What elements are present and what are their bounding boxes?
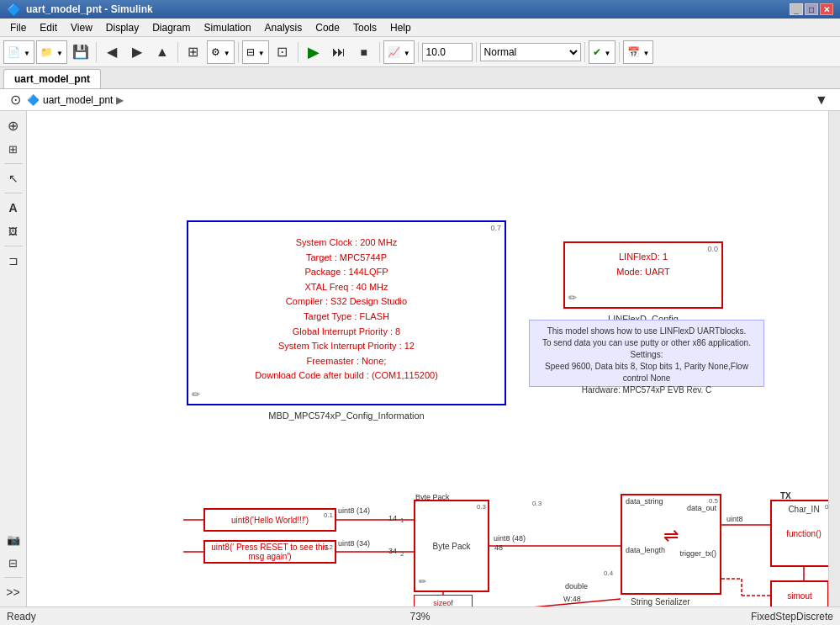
step-button[interactable]: ⏭: [327, 40, 351, 64]
arrow-icon: ↖: [8, 172, 18, 185]
expand-button[interactable]: >>: [3, 581, 24, 603]
title-bar-title: 🔷 uart_model_pnt - Simulink: [7, 3, 790, 16]
simulation-time-input[interactable]: [422, 43, 473, 61]
menu-display[interactable]: Display: [99, 20, 145, 35]
arrow-tool-button[interactable]: ↖: [3, 167, 24, 189]
menu-code[interactable]: Code: [309, 20, 346, 35]
menu-bar: File Edit View Display Diagram Simulatio…: [0, 19, 840, 37]
status-bar: Ready 73% FixedStepDiscrete: [0, 606, 840, 625]
uint8-tx-label: uint8: [726, 515, 743, 523]
lin-block-content: LINFlexD: 1 Mode: UART: [565, 243, 721, 286]
window-title: uart_model_pnt - Simulink: [26, 3, 153, 15]
menu-edit[interactable]: Edit: [33, 20, 64, 35]
signal-block-1: 0.1 uint8('Hello World!!!'): [203, 508, 336, 532]
config-line-2: Target : MPC5744P: [306, 252, 387, 262]
simulation-mode-select[interactable]: Normal: [480, 43, 581, 61]
sep6: [418, 42, 419, 62]
port-icon: ⊐: [8, 254, 18, 267]
image-tool-button[interactable]: 🖼: [3, 220, 24, 242]
desc-block: This model shows how to use LINFlexD UAR…: [529, 320, 764, 387]
status-ready: Ready: [7, 611, 283, 622]
save-icon: 💾: [72, 44, 89, 60]
breadcrumb-dropdown[interactable]: ▼: [810, 88, 833, 112]
forward-button[interactable]: ▶: [125, 40, 149, 64]
menu-simulation[interactable]: Simulation: [198, 20, 258, 35]
port-03-corner: 0.3: [532, 500, 542, 507]
check-button[interactable]: ✔: [589, 40, 615, 64]
maximize-button[interactable]: □: [805, 3, 818, 15]
signal-2-corner: 0.2: [324, 543, 333, 551]
config-block: 0.7 System Clock : 200 MHz Target : MPC5…: [187, 220, 506, 405]
lin-block: 0.0 LINFlexD: 1 Mode: UART ✏ LINFlexD_Co…: [563, 241, 723, 309]
tx-block: 0.2 Char_IN function(): [770, 500, 837, 567]
menu-file[interactable]: File: [3, 20, 33, 35]
sep3: [238, 42, 239, 62]
up-button[interactable]: ▲: [151, 40, 174, 64]
run-button[interactable]: ▶: [302, 40, 325, 64]
back-button[interactable]: ◀: [100, 40, 124, 64]
ss-trigger: trigger_tx(): [679, 549, 716, 558]
close-button[interactable]: ✕: [820, 3, 833, 15]
run-config-button[interactable]: 📅: [623, 40, 654, 64]
scope-button[interactable]: 📈: [383, 40, 415, 64]
left-sep2: [4, 193, 23, 193]
str-serial-label: String Serializer: [631, 597, 690, 606]
breadcrumb-item-0[interactable]: uart_model_pnt: [43, 94, 113, 106]
config-block-content: System Clock : 200 MHz Target : MPC5744P…: [188, 222, 505, 397]
byte-pack-corner: 0.3: [477, 503, 486, 511]
simout-label: simout: [787, 591, 811, 601]
breadcrumb-icon: 🔷: [27, 94, 40, 106]
byte-pack-label: Byte Pack: [432, 542, 470, 551]
tx-function-label: function(): [786, 529, 822, 538]
config-line-9: Freemaster : None;: [307, 356, 387, 366]
signal-2-label: uint8(' Press RESET to see this msg agai…: [205, 543, 335, 561]
sep1: [96, 42, 97, 62]
sizeof-block: sizeof: [414, 595, 473, 606]
vertical-scrollbar[interactable]: [828, 111, 840, 606]
ss-corner: 0.5: [709, 497, 718, 505]
tab-uart-model[interactable]: uart_model_pnt: [3, 69, 101, 88]
step-back-button[interactable]: ⊟: [242, 40, 269, 64]
lin-block-corner-num: 0.0: [707, 245, 718, 253]
left-sep3: [4, 246, 23, 246]
gear-icon: ⚙: [211, 46, 220, 58]
pencil-icon-lin: ✏: [568, 292, 577, 304]
breadcrumb-back-button[interactable]: ⊙: [7, 92, 24, 109]
double-label: double: [565, 582, 588, 591]
save-button[interactable]: 💾: [69, 40, 92, 64]
sizeof-label: sizeof: [433, 599, 453, 606]
camera-button[interactable]: 📷: [3, 528, 24, 550]
step-back-icon: ⊟: [246, 46, 255, 58]
menu-diagram[interactable]: Diagram: [145, 20, 197, 35]
pencil-icon-bytepack: ✏: [419, 576, 426, 587]
step-fwd-button[interactable]: ⊡: [271, 40, 294, 64]
tab-bar: uart_model_pnt: [0, 67, 840, 89]
lin-line-1: LINFlexD: 1: [619, 252, 668, 262]
layers-icon: ⊟: [8, 557, 18, 569]
expand-icon: >>: [6, 585, 19, 599]
menu-help[interactable]: Help: [383, 20, 418, 35]
menu-analysis[interactable]: Analysis: [258, 20, 309, 35]
zoom-in-icon: ⊕: [8, 118, 18, 134]
config-line-7: Global Interrupt Priority : 8: [293, 326, 400, 336]
minimize-button[interactable]: _: [790, 3, 803, 15]
menu-view[interactable]: View: [64, 20, 99, 35]
open-button[interactable]: 📁: [36, 40, 67, 64]
block-library-button[interactable]: ⊞: [182, 40, 205, 64]
ss-arrows: ⇌: [646, 525, 696, 547]
menu-tools[interactable]: Tools: [346, 20, 383, 35]
config-line-8: System Tick Interrupt Priority : 12: [278, 341, 415, 351]
new-button[interactable]: 📄: [3, 40, 34, 64]
fit-view-button[interactable]: ⊞: [3, 138, 24, 160]
w48-label: W:48: [563, 595, 581, 603]
zoom-in-button[interactable]: ⊕: [3, 114, 24, 136]
layers-button[interactable]: ⊟: [3, 552, 24, 574]
sep7: [476, 42, 477, 62]
camera-icon: 📷: [7, 533, 20, 546]
config-line-5: Compiler : S32 Design Studio: [286, 296, 407, 306]
model-settings-button[interactable]: ⚙: [207, 40, 235, 64]
port-button[interactable]: ⊐: [3, 250, 24, 272]
text-tool-button[interactable]: A: [3, 197, 24, 219]
main-container: ⊕ ⊞ ↖ A 🖼 ⊐ 📷 ⊟ >>: [0, 111, 840, 606]
stop-button[interactable]: ■: [352, 40, 376, 64]
